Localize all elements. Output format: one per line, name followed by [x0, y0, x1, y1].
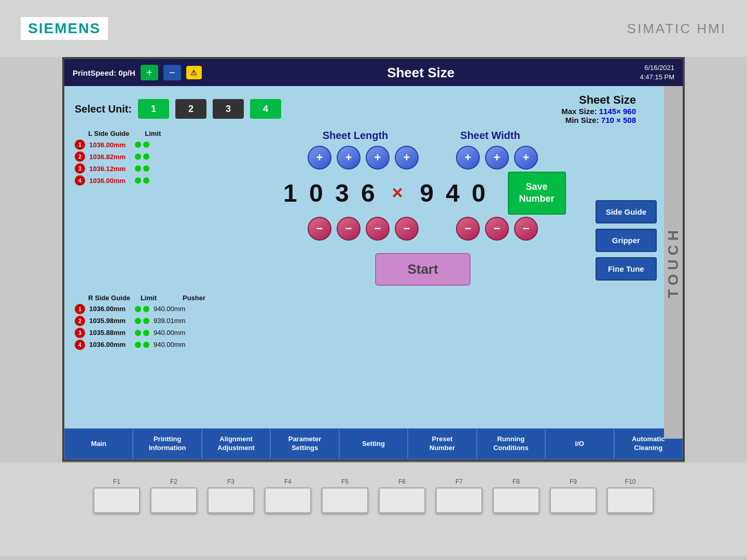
siemens-logo: SIEMENS: [21, 17, 108, 40]
width-minus-3[interactable]: −: [514, 217, 538, 241]
middle-section: L Side Guide Limit 1 1036.00mm 2 1036.82: [75, 130, 657, 286]
dot-1b: [143, 142, 149, 148]
fn-button-f10[interactable]: [607, 487, 654, 513]
dot-2a: [135, 153, 141, 160]
fn-button-f3[interactable]: [208, 487, 254, 513]
dot-3a: [135, 165, 141, 172]
r-guide-dots-4: [135, 342, 149, 348]
gripper-button[interactable]: Gripper: [596, 229, 657, 252]
fn-key-f5: F5: [322, 478, 368, 513]
l-guide-val-1: 1036.00mm: [89, 141, 131, 149]
r-guide-num-4: 4: [75, 340, 85, 350]
fn-button-f2[interactable]: [150, 487, 197, 513]
length-minus-4[interactable]: −: [395, 217, 419, 241]
nav-running[interactable]: RunningConditions: [477, 428, 545, 459]
l-guide-row-2: 2 1036.82mm: [75, 151, 178, 162]
fn-button-f9[interactable]: [550, 487, 597, 513]
minus-row: − − − − − − −: [308, 217, 538, 241]
sheet-controls: Sheet Length Sheet Width + + + +: [189, 130, 657, 286]
fn-button-f6[interactable]: [379, 487, 425, 513]
sheet-size-info-title: Sheet Size: [561, 93, 636, 107]
width-digits: 9 4 0: [417, 179, 489, 207]
length-digit-1: 1: [280, 179, 300, 207]
nav-printing-info[interactable]: PrinttingInformation: [133, 428, 201, 459]
fn-key-f9: F9: [550, 478, 597, 513]
bottom-bezel: F1 F2 F3 F4 F5 F6 F7 F8: [0, 463, 747, 556]
r-dot-2b: [143, 318, 149, 324]
select-unit-row: Select Unit: 1 2 3 4: [75, 99, 281, 119]
l-guide-val-3: 1036.12mm: [89, 165, 131, 173]
length-plus-2[interactable]: +: [337, 146, 361, 170]
r-guide-header: R Side Guide Limit Pusher: [75, 294, 657, 302]
r-guide-dots-1: [135, 306, 149, 312]
nav-main[interactable]: Main: [64, 428, 133, 459]
length-minus-2[interactable]: −: [337, 217, 361, 241]
width-digit-2: 4: [442, 179, 463, 207]
fn-button-f5[interactable]: [322, 487, 368, 513]
multiply-sign: ×: [386, 182, 408, 204]
dot-4a: [135, 177, 141, 184]
unit-btn-4[interactable]: 4: [250, 99, 281, 119]
fn-key-f4: F4: [265, 478, 311, 513]
fn-button-f4[interactable]: [265, 487, 311, 513]
l-guide-num-1: 1: [75, 139, 85, 150]
nav-preset[interactable]: PresetNumber: [408, 428, 476, 459]
unit-btn-2[interactable]: 2: [175, 99, 206, 119]
nav-setting[interactable]: Setting: [339, 428, 408, 459]
unit-btn-1[interactable]: 1: [138, 99, 169, 119]
dot-3b: [143, 165, 149, 172]
length-plus-group: + + + +: [308, 146, 419, 170]
fn-label-f9: F9: [570, 478, 577, 485]
length-plus-4[interactable]: +: [395, 146, 419, 170]
fn-key-f1: F1: [93, 478, 140, 513]
min-size-row: Min Size: 710 × 508: [561, 116, 636, 124]
l-guide-col1-header: L Side Guide: [88, 130, 129, 137]
l-guide-dots-3: [135, 165, 149, 172]
fine-tune-button[interactable]: Fine Tune: [596, 257, 657, 281]
length-plus-3[interactable]: +: [366, 146, 390, 170]
fn-label-f2: F2: [170, 478, 177, 485]
fn-button-f7[interactable]: [436, 487, 482, 513]
side-guide-button[interactable]: Side Guide: [596, 200, 657, 223]
length-plus-1[interactable]: +: [308, 146, 331, 170]
r-guide-num-3: 3: [75, 328, 85, 338]
l-guide-col2-header: Limit: [145, 130, 161, 137]
fn-key-f6: F6: [379, 478, 425, 513]
nav-io[interactable]: I/O: [545, 428, 614, 459]
fn-key-f10: F10: [607, 478, 654, 513]
header-warn-button[interactable]: ⚠: [186, 66, 202, 79]
r-guide-row-2: 2 1035.98mm 939.01mm: [75, 316, 657, 326]
save-number-button[interactable]: SaveNumber: [508, 172, 566, 215]
min-size-value: 710 × 508: [601, 116, 636, 124]
main-screen: PrintSpeed: 0p/H + − ⚠ Sheet Size 6/16/2…: [62, 57, 685, 461]
width-minus-1[interactable]: −: [456, 217, 480, 241]
fn-button-f8[interactable]: [493, 487, 540, 513]
r-guide-val-2: 1035.98mm: [89, 317, 131, 325]
width-plus-3[interactable]: +: [514, 146, 538, 170]
length-minus-3[interactable]: −: [366, 217, 390, 241]
top-row: Select Unit: 1 2 3 4 Sheet Size Max Size…: [75, 93, 657, 124]
header-plus-button[interactable]: +: [141, 65, 158, 80]
right-buttons-group: Side Guide Gripper Fine Tune: [596, 200, 657, 281]
header-minus-button[interactable]: −: [163, 65, 181, 80]
r-guide-val-1: 1036.00mm: [89, 305, 131, 313]
header-datetime: 6/16/2021 4:47:15 PM: [640, 63, 675, 82]
nav-parameter[interactable]: ParameterSettings: [270, 428, 339, 459]
length-minus-1[interactable]: −: [308, 217, 331, 241]
unit-btn-3[interactable]: 3: [213, 99, 244, 119]
nav-alignment[interactable]: AlignmentAdjustment: [202, 428, 270, 459]
r-dot-1b: [143, 306, 149, 312]
sheet-size-info: Sheet Size Max Size: 1145× 960 Min Size:…: [561, 93, 636, 124]
width-plus-2[interactable]: +: [485, 146, 509, 170]
length-digit-3: 3: [331, 179, 352, 207]
l-guide-val-2: 1036.82mm: [89, 153, 131, 161]
r-guide-num-1: 1: [75, 304, 85, 314]
r-dot-1a: [135, 306, 141, 312]
width-minus-2[interactable]: −: [485, 217, 509, 241]
fn-button-f1[interactable]: [93, 487, 140, 513]
controls-row: + + + + + + +: [308, 146, 538, 170]
start-button[interactable]: Start: [375, 253, 470, 286]
width-plus-1[interactable]: +: [456, 146, 480, 170]
r-pusher-val-4: 940.00mm: [154, 341, 195, 348]
header-bar: PrintSpeed: 0p/H + − ⚠ Sheet Size 6/16/2…: [64, 59, 683, 86]
